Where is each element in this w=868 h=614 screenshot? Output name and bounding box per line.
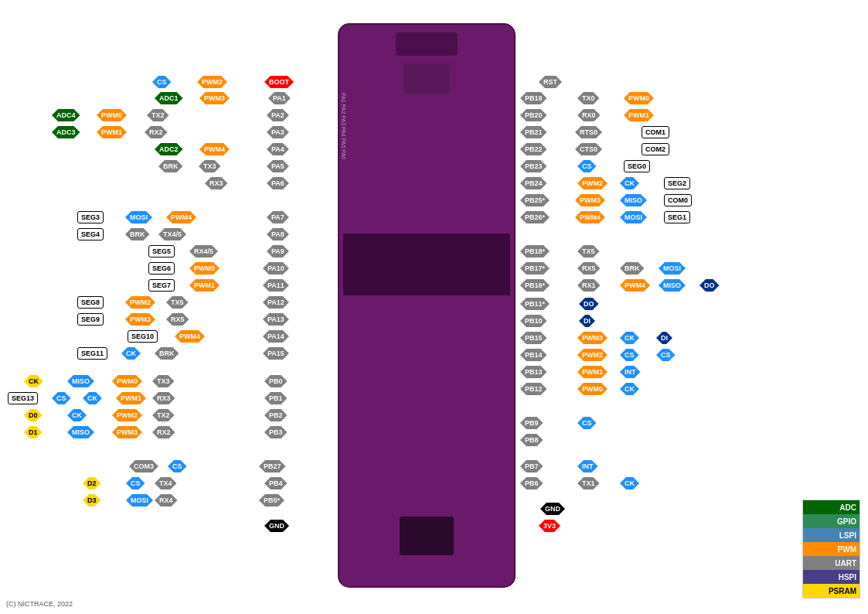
pin-GND-R: GND [540, 503, 565, 515]
pin-RX45: RX4/5 [189, 245, 218, 258]
board: PA1 PA2 PA3 PA4 PA5 PA6 [338, 23, 516, 588]
pin-CS-L4: CS [126, 477, 145, 489]
pin-PWM1-R2: PWM1 [577, 366, 608, 378]
pin-PB6: PB6 [520, 477, 543, 489]
pin-PB18s: PB18* [520, 245, 550, 258]
pin-PA1: PA1 [268, 92, 291, 104]
pin-PA4: PA4 [267, 143, 289, 155]
pin-PA13: PA13 [263, 313, 289, 326]
pin-PWM4-R2: PWM4 [620, 279, 650, 292]
pin-DI-R1: DI [579, 315, 595, 327]
pin-CK-L4: CK [67, 409, 87, 421]
pin-PB9: PB9 [520, 417, 543, 429]
pin-TX45: TX4/5 [158, 228, 186, 240]
pin-CK-R2: CK [620, 332, 639, 344]
pin-ADC2: ADC2 [155, 143, 183, 155]
pin-PB27: PB27 [259, 460, 286, 472]
pin-PWM1-L1: PWM1 [97, 126, 127, 138]
legend-hspi: HSPI [803, 570, 859, 584]
pin-CK-L2: CK [24, 375, 43, 387]
pin-SEG3: SEG3 [77, 211, 104, 223]
pin-SEG4: SEG4 [77, 228, 104, 240]
pin-D2: D2 [83, 477, 101, 489]
pin-DO-R2: DO [579, 298, 599, 310]
pin-PB5s: PB5* [259, 494, 284, 507]
pin-PA3: PA3 [267, 126, 289, 138]
pin-BRK-L3: BRK [155, 347, 179, 360]
pin-PA11: PA11 [263, 279, 289, 292]
pin-ADC3: ADC3 [52, 126, 80, 138]
pin-TX5-L: TX5 [166, 296, 189, 309]
pin-PWM1-L3: PWM1 [116, 392, 146, 404]
pin-TX3-L1: TX3 [199, 160, 221, 172]
pin-PB20: PB20 [520, 109, 547, 121]
pin-CS-L3: CS [168, 460, 187, 472]
pin-PA5: PA5 [267, 160, 289, 172]
pin-CS-R3: CS [656, 349, 676, 361]
pin-PB25s: PB25* [520, 194, 550, 206]
pin-RX2-L1: RX2 [145, 126, 168, 138]
pin-PWM2-R2: PWM2 [577, 349, 608, 361]
pin-RX2-L2: RX2 [152, 426, 175, 438]
pin-PWM3-L2: PWM3 [125, 313, 155, 326]
pin-PB16s: PB16* [520, 279, 550, 292]
pin-RX5-L: RX5 [166, 313, 189, 326]
pin-INT-R2: INT [577, 460, 598, 472]
pin-D1: D1 [24, 426, 43, 438]
pin-PWM0-R: PWM0 [624, 92, 654, 104]
pin-SEG5: SEG5 [148, 245, 175, 258]
pin-SEG7: SEG7 [148, 279, 175, 292]
pin-PB23: PB23 [520, 160, 547, 172]
pin-ADC1: ADC1 [155, 92, 183, 104]
pin-PWM3-L3: PWM3 [112, 426, 142, 438]
pin-SEG10: SEG10 [128, 330, 158, 343]
pin-CK-R4: CK [620, 477, 639, 489]
pin-CK-R3: CK [620, 383, 639, 395]
pin-COM0: COM0 [664, 194, 692, 206]
pin-D0: D0 [24, 409, 43, 421]
pin-RST: RST [539, 76, 562, 88]
pin-CS-R4: CS [577, 417, 597, 429]
pin-RX5-R: RX5 [577, 262, 601, 275]
pin-SEG0: SEG0 [624, 160, 650, 172]
pin-CS-R2: CS [620, 349, 639, 361]
pin-MISO-L1: MISO [67, 375, 94, 387]
copyright: (C) NICTRACE, 2022 [6, 600, 73, 608]
legend-uart: UART [803, 556, 859, 570]
pin-PWM2-L3: PWM2 [112, 409, 142, 421]
pin-PB8: PB8 [520, 434, 543, 446]
pin-MOSI-R1: MOSI [620, 211, 647, 223]
pin-MOSI-R2: MOSI [659, 262, 686, 275]
pin-BOOT: BOOT [264, 76, 294, 88]
legend-gpio: GPIO [803, 514, 859, 528]
pin-PA10: PA10 [263, 262, 289, 275]
pin-PB21: PB21 [520, 126, 547, 138]
pin-PA15: PA15 [263, 347, 289, 360]
pin-PB3: PB3 [264, 426, 288, 438]
pin-PB13: PB13 [520, 366, 547, 378]
pin-PB12: PB12 [520, 383, 547, 395]
pin-DO-R: DO [700, 279, 720, 292]
pin-PWM4-L2: PWM4 [166, 211, 196, 223]
pin-SEG11: SEG11 [77, 347, 107, 360]
pin-PB7: PB7 [520, 460, 543, 472]
pin-SEG1: SEG1 [664, 211, 690, 223]
pin-PB10: PB10 [520, 315, 547, 327]
pin-PB0: PB0 [264, 375, 288, 387]
pin-D3: D3 [83, 494, 101, 507]
pin-PWM0-L3: PWM0 [112, 375, 142, 387]
pin-CTS0: CTS0 [575, 143, 602, 155]
pin-CS-L1: CS [152, 76, 172, 88]
pin-PB4: PB4 [264, 477, 288, 489]
pin-COM1: COM1 [642, 126, 669, 138]
pin-INT-R1: INT [620, 366, 641, 378]
pin-PWM2-L1: PWM2 [197, 76, 227, 88]
pin-MISO-L2: MISO [67, 426, 94, 438]
pin-DI-R2: DI [656, 332, 672, 344]
pin-TX3-L2: TX3 [152, 375, 175, 387]
legend-adc: ADC [803, 500, 859, 514]
pin-BRK-L2: BRK [125, 228, 150, 240]
pin-COM2: COM2 [642, 143, 669, 155]
pin-MISO-R2: MISO [659, 279, 686, 292]
pin-CK-L1: CK [121, 347, 141, 360]
